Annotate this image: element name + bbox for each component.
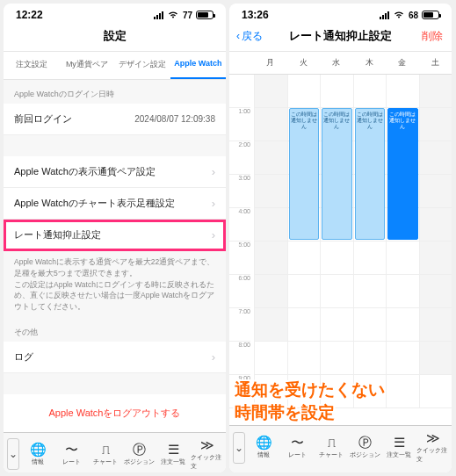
help-text: Apple Watchに表示する通貨ペアを最大22通貨ペアまで、足種を最大5つま… (4, 251, 226, 318)
row-chart-setting[interactable]: Apple Watchのチャート表示足種設定 › (4, 188, 226, 220)
status-right: 68 (380, 11, 439, 20)
phone-right: 13:26 68 ‹ 戻る レート通知抑止設定 削除 月 火 水 木 金 土 1… (229, 4, 452, 472)
day-wed: 水 (320, 52, 353, 74)
status-time: 12:22 (16, 9, 43, 21)
tab-mypair[interactable]: My通貨ペア (59, 52, 114, 79)
day-mon: 月 (254, 52, 287, 74)
nav-rate[interactable]: 〜レート (281, 436, 315, 459)
list-icon: ☰ (168, 443, 179, 456)
chart-icon: ⎍ (102, 443, 110, 456)
back-button[interactable]: ‹ 戻る (236, 29, 263, 44)
row-currency-pair[interactable]: Apple Watchの表示通貨ペア設定 › (4, 156, 226, 188)
nav-orders[interactable]: ☰注文一覧 (156, 443, 191, 466)
nav-rate[interactable]: 〜レート (55, 443, 90, 466)
row-log[interactable]: ログ › (4, 342, 226, 373)
label-last-login: 前回ログイン (14, 112, 72, 126)
calendar-grid[interactable]: 1:00 2:00 3:00 4:00 5:00 6:00 7:00 8:00 … (229, 75, 452, 425)
nav-info[interactable]: 🌐情報 (247, 436, 281, 459)
header: ‹ 戻る レート通知抑止設定 削除 (229, 23, 452, 52)
nav-info[interactable]: 🌐情報 (21, 443, 55, 466)
annotation-overlay: 通知を受けたくない 時間帯を設定 (235, 379, 446, 425)
nav-orders[interactable]: ☰注文一覧 (382, 436, 416, 459)
tab-order[interactable]: 注文設定 (4, 52, 59, 79)
quick-icon: ≫ (200, 438, 214, 451)
battery-percent: 68 (409, 11, 418, 20)
nav-quick[interactable]: ≫クイック注文 (416, 431, 451, 464)
day-fri: 金 (386, 52, 419, 74)
row-rate-notification[interactable]: レート通知抑止設定 › (4, 220, 226, 251)
page-title: 設定 (104, 28, 127, 44)
nav-chart[interactable]: ⎍チャート (89, 443, 123, 466)
battery-icon (196, 11, 214, 19)
day-tue: 火 (287, 52, 321, 74)
battery-percent: 77 (183, 11, 192, 20)
chevron-right-icon: › (212, 350, 215, 364)
chevron-right-icon: › (212, 165, 215, 178)
status-bar: 12:22 77 (4, 4, 226, 23)
rate-icon: 〜 (65, 443, 78, 456)
row-last-login: 前回ログイン 2024/08/07 12:09:38 (4, 104, 226, 135)
day-sat: 土 (419, 52, 452, 74)
tabs: 注文設定 My通貨ペア デザイン設定 Apple Watch (4, 52, 226, 80)
nav-quick[interactable]: ≫クイック注文 (191, 438, 225, 471)
delete-button[interactable]: 削除 (422, 29, 443, 44)
status-right: 77 (154, 11, 214, 20)
phone-left: 12:22 77 設定 注文設定 My通貨ペア デザイン設定 Apple Wat… (4, 4, 226, 472)
nav-collapse[interactable]: ⌄ (233, 432, 245, 464)
chevron-left-icon: ‹ (236, 30, 240, 42)
signal-icon (154, 11, 163, 19)
globe-icon: 🌐 (256, 436, 272, 449)
header: 設定 (4, 23, 226, 52)
logout-button[interactable]: Apple Watchをログアウトする (4, 394, 226, 432)
globe-icon: 🌐 (30, 443, 47, 456)
wifi-icon (393, 11, 405, 19)
list-icon: ☰ (394, 436, 405, 449)
battery-icon (422, 11, 439, 19)
tab-applewatch[interactable]: Apple Watch (170, 52, 226, 79)
bottom-nav: ⌄ 🌐情報 〜レート ⎍チャート Ⓟポジション ☰注文一覧 ≫クイック注文 (4, 432, 226, 472)
time-labels: 1:00 2:00 3:00 4:00 5:00 6:00 7:00 8:00 … (229, 75, 254, 425)
section-other: その他 (4, 318, 226, 342)
nav-position[interactable]: Ⓟポジション (123, 443, 157, 466)
nav-collapse[interactable]: ⌄ (7, 438, 19, 470)
chevron-right-icon: › (212, 197, 215, 210)
position-icon: Ⓟ (358, 436, 372, 449)
value-last-login: 2024/08/07 12:09:38 (134, 114, 215, 124)
nav-chart[interactable]: ⎍チャート (315, 436, 349, 459)
section-spacer (4, 135, 226, 156)
status-bar: 13:26 68 (229, 4, 452, 23)
day-thu: 木 (353, 52, 387, 74)
wifi-icon (167, 11, 179, 19)
chart-icon: ⎍ (328, 436, 336, 449)
calendar-cells[interactable]: この時間は通知しません この時間は通知しません この時間は通知しません この時間… (254, 75, 452, 425)
chevron-right-icon: › (212, 228, 215, 242)
calendar-day-headers: 月 火 水 木 金 土 (229, 52, 452, 75)
status-time: 13:26 (242, 9, 269, 21)
page-title: レート通知抑止設定 (289, 28, 392, 44)
section-spacer2 (4, 373, 226, 394)
tab-design[interactable]: デザイン設定 (115, 52, 170, 79)
bottom-nav: ⌄ 🌐情報 〜レート ⎍チャート Ⓟポジション ☰注文一覧 ≫クイック注文 (229, 425, 452, 472)
quick-icon: ≫ (426, 431, 440, 444)
position-icon: Ⓟ (133, 443, 146, 456)
signal-icon (380, 11, 389, 19)
section-login-time: Apple Watchのログイン日時 (4, 80, 226, 104)
rate-icon: 〜 (291, 436, 304, 449)
nav-position[interactable]: Ⓟポジション (349, 436, 383, 459)
